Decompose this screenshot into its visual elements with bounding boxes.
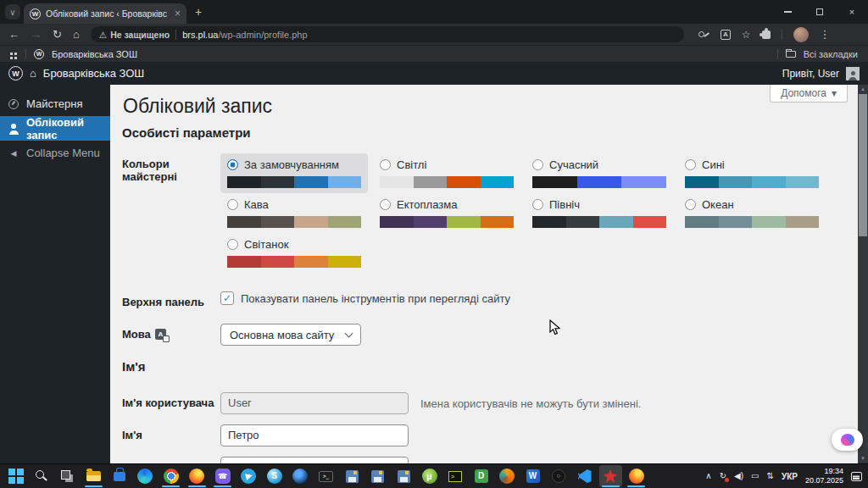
- hidden-icons-chevron[interactable]: ∧: [705, 472, 711, 480]
- toolbar-checkbox[interactable]: ✓: [220, 291, 234, 305]
- utorrent-icon[interactable]: µ: [418, 465, 441, 487]
- color-scheme-row: Кольори майстерні За замовчуваннямСвітлі…: [122, 153, 858, 273]
- radio-icon[interactable]: [227, 239, 238, 250]
- sidebar-item-profile[interactable]: Обліковий запис: [0, 116, 110, 141]
- radio-icon[interactable]: [532, 199, 543, 210]
- home-icon[interactable]: ⌂: [73, 29, 80, 40]
- dark-circle-app-icon[interactable]: ○: [548, 465, 570, 487]
- viber-icon[interactable]: ☎: [211, 465, 234, 487]
- back-icon[interactable]: ←: [8, 29, 19, 40]
- radio-icon[interactable]: [227, 199, 238, 210]
- minimize-button[interactable]: [771, 0, 804, 24]
- radio-icon[interactable]: [685, 199, 696, 210]
- color-scheme-option-1[interactable]: Світлі: [373, 153, 520, 193]
- username-input[interactable]: User: [220, 392, 409, 414]
- color-scheme-option-2[interactable]: Сучасний: [526, 153, 673, 193]
- browser-menu-icon[interactable]: ⋮: [820, 28, 831, 41]
- skype-icon[interactable]: S: [263, 465, 286, 487]
- floppy-app-glyph: [398, 470, 410, 483]
- tab-search-chevron-icon[interactable]: ∨: [5, 4, 20, 19]
- file-explorer-icon[interactable]: [82, 465, 105, 487]
- task-view-button[interactable]: [56, 465, 79, 487]
- color-scheme-option-4[interactable]: Кава: [220, 193, 368, 233]
- edge-browser-icon[interactable]: [134, 465, 157, 487]
- address-bar[interactable]: ⚠ Не защищено brs.pl.ua/wp-admin/profile…: [91, 26, 684, 42]
- minimize-icon: [784, 11, 792, 13]
- lastname-input[interactable]: Петренко: [220, 457, 409, 463]
- color-swatch: [261, 216, 295, 228]
- translate-icon[interactable]: A: [721, 30, 731, 40]
- start-button[interactable]: [4, 465, 27, 487]
- tab-close-icon[interactable]: ×: [175, 8, 181, 19]
- notification-center-icon[interactable]: [851, 472, 862, 481]
- sync-icon[interactable]: ↻: [720, 472, 726, 480]
- firefox-browser-icon-2[interactable]: [625, 465, 648, 487]
- accessibility-widget[interactable]: [832, 429, 863, 451]
- security-chip[interactable]: ⚠ Не защищено: [99, 30, 170, 40]
- maximize-button[interactable]: [804, 0, 836, 24]
- color-scheme-option-6[interactable]: Північ: [526, 193, 673, 233]
- color-scheme-option-3[interactable]: Сині: [678, 153, 826, 193]
- floppy-app-icon-3[interactable]: [392, 465, 415, 487]
- page-scrollbar[interactable]: ▲ ▼: [858, 85, 868, 463]
- edge-browser-glyph: [137, 469, 153, 484]
- sidebar-item-dashboard[interactable]: Майстерня: [0, 92, 110, 116]
- radio-icon[interactable]: [532, 159, 543, 170]
- microsoft-store-icon[interactable]: [108, 465, 131, 487]
- keyboard-language[interactable]: УКР: [782, 472, 798, 481]
- browser-profile-avatar[interactable]: [793, 27, 809, 42]
- color-swatch: [328, 176, 362, 188]
- orange-app-icon[interactable]: [496, 465, 519, 487]
- browser-tab[interactable]: W Обліковий запис ‹ Броварківс ×: [24, 3, 186, 24]
- all-bookmarks-button[interactable]: Всі закладки: [804, 49, 858, 59]
- blue-orb-app-icon[interactable]: [289, 465, 312, 487]
- d-app-glyph: D: [475, 469, 488, 483]
- scrollbar-thumb[interactable]: [859, 94, 867, 236]
- sidebar-item-collapse[interactable]: ◀ Collapse Menu: [0, 141, 110, 165]
- d-app-icon[interactable]: D: [470, 465, 492, 487]
- radio-icon[interactable]: [685, 159, 696, 170]
- telegram-icon[interactable]: [237, 465, 260, 487]
- bookmark-star-icon[interactable]: ☆: [742, 29, 751, 41]
- apps-grid-icon[interactable]: [10, 53, 13, 55]
- color-swatch: [532, 176, 577, 188]
- radio-icon[interactable]: [227, 159, 238, 170]
- radio-icon[interactable]: [380, 199, 391, 210]
- putty-icon[interactable]: >: [444, 465, 467, 487]
- extensions-icon[interactable]: [762, 30, 771, 39]
- password-key-icon[interactable]: [698, 29, 709, 40]
- chrome-browser-icon[interactable]: [159, 465, 182, 487]
- color-scheme-option-8[interactable]: Світанок: [220, 233, 368, 273]
- reload-icon[interactable]: ↻: [53, 29, 62, 40]
- floppy-app-icon-2[interactable]: [366, 465, 389, 487]
- word-icon[interactable]: W: [521, 465, 544, 487]
- firefox-browser-icon[interactable]: [186, 465, 209, 487]
- red-active-app-icon[interactable]: [599, 465, 622, 487]
- battery-icon[interactable]: ▭: [751, 472, 759, 480]
- user-avatar[interactable]: [846, 67, 860, 80]
- help-button[interactable]: Допомога ▾: [770, 85, 848, 103]
- scroll-down-icon[interactable]: ▼: [860, 454, 865, 463]
- scheme-swatches: [685, 216, 819, 228]
- scroll-up-icon[interactable]: ▲: [860, 85, 865, 93]
- network-icon[interactable]: ⇅: [767, 472, 774, 480]
- language-select[interactable]: Основна мова сайту: [220, 324, 361, 346]
- color-scheme-option-0[interactable]: За замовчуванням: [220, 153, 368, 193]
- taskbar-clock[interactable]: 19:34 20.07.2025: [805, 467, 843, 486]
- terminal-icon[interactable]: >_: [314, 465, 337, 487]
- radio-icon[interactable]: [380, 159, 391, 170]
- admin-bar-greeting[interactable]: Привіт, User: [782, 68, 839, 80]
- floppy-app-icon-1[interactable]: [341, 465, 364, 487]
- color-scheme-option-5[interactable]: Ектоплазма: [373, 193, 520, 233]
- color-scheme-option-7[interactable]: Океан: [678, 193, 826, 233]
- volume-icon[interactable]: ◀): [734, 472, 743, 480]
- close-window-button[interactable]: ×: [836, 0, 868, 24]
- firstname-input[interactable]: Петро: [220, 424, 409, 446]
- vscode-icon[interactable]: [573, 465, 596, 487]
- search-button[interactable]: [31, 465, 53, 487]
- new-tab-button[interactable]: +: [195, 5, 202, 19]
- admin-bar-site-name[interactable]: Броварківська ЗОШ: [43, 67, 144, 80]
- bookmark-site[interactable]: Броварківська ЗОШ: [52, 49, 137, 59]
- forward-icon[interactable]: →: [31, 29, 42, 40]
- wp-logo-icon[interactable]: W: [8, 66, 23, 80]
